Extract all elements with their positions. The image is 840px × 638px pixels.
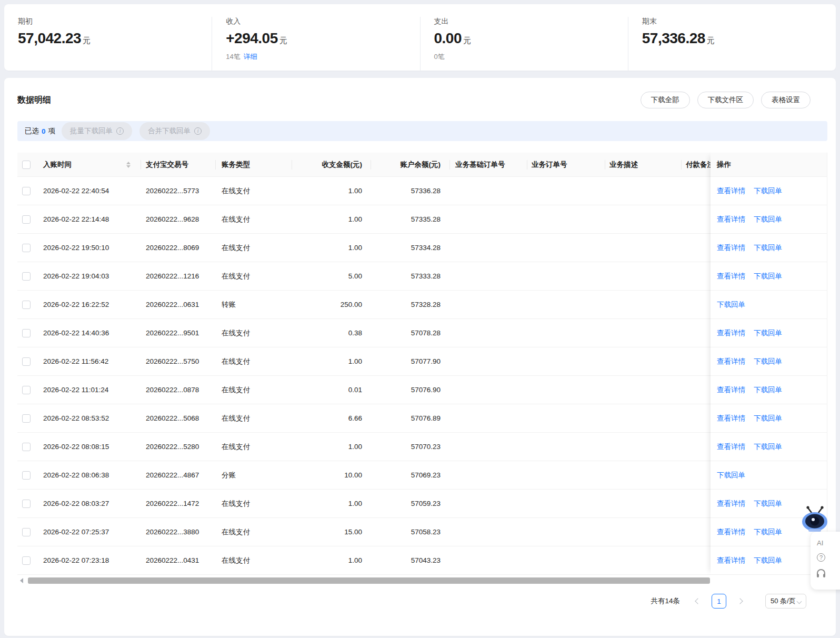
column-header-time[interactable]: 入账时间 (39, 153, 141, 176)
info-icon: i (194, 127, 202, 135)
action-cell: 查看详情下载回单 (711, 177, 827, 205)
view-detail-link[interactable]: 查看详情 (717, 215, 745, 224)
table-row: 2026-02-22 19:50:10 20260222...8069 在线支付… (17, 234, 827, 262)
row-checkbox[interactable] (22, 272, 31, 281)
transactions-table: 入账时间 支付宝交易号 账务类型 收支金额(元) 账户余额(元) 业务基础订单号… (17, 153, 827, 575)
column-header-base-order: 业务基础订单号 (450, 153, 527, 176)
merge-download-button[interactable]: 合并下载回单i (139, 122, 210, 140)
cell-account-type: 在线支付 (216, 262, 292, 290)
view-detail-link[interactable]: 查看详情 (717, 527, 745, 537)
cell-txn-id: 20260222...5280 (141, 433, 216, 461)
customer-service-icon[interactable] (817, 569, 825, 575)
cell-amount: 0.01 (292, 376, 371, 404)
cell-txn-id: 20260222...9501 (141, 319, 216, 347)
row-checkbox[interactable] (22, 556, 31, 565)
row-checkbox[interactable] (22, 528, 31, 536)
view-detail-link[interactable]: 查看详情 (717, 414, 745, 423)
view-detail-link[interactable]: 查看详情 (717, 556, 745, 565)
cell-txn-id: 20260222...8069 (141, 234, 216, 262)
download-receipt-link[interactable]: 下载回单 (754, 186, 782, 196)
scroll-left-icon[interactable] (20, 578, 23, 583)
ai-assistant-widget: AI ? (801, 504, 840, 534)
row-checkbox[interactable] (22, 500, 31, 508)
cell-amount: 1.00 (292, 347, 371, 375)
cell-balance: 57077.90 (371, 347, 450, 375)
row-checkbox[interactable] (22, 187, 31, 195)
robot-icon[interactable] (801, 504, 828, 532)
download-receipt-link[interactable]: 下载回单 (754, 442, 782, 452)
selected-suffix: 项 (48, 126, 56, 136)
download-files-button[interactable]: 下载文件区 (697, 92, 754, 108)
cell-account-type: 在线支付 (216, 177, 292, 205)
table-settings-button[interactable]: 表格设置 (761, 92, 811, 108)
view-detail-link[interactable]: 查看详情 (717, 328, 745, 338)
cell-txn-id: 20260222...5750 (141, 347, 216, 375)
cell-amount: 1.00 (292, 205, 371, 233)
data-detail-card: 数据明细 下载全部 下载文件区 表格设置 已选 0 项 批量下载回单i 合并下载… (4, 78, 836, 636)
cell-amount: 1.00 (292, 490, 371, 517)
view-detail-link[interactable]: 查看详情 (717, 186, 745, 196)
download-receipt-link[interactable]: 下载回单 (754, 385, 782, 395)
batch-download-button[interactable]: 批量下载回单i (62, 122, 132, 140)
horizontal-scrollbar[interactable] (17, 577, 827, 584)
row-checkbox[interactable] (22, 386, 31, 394)
cell-base-order (450, 433, 527, 461)
cell-balance: 57334.28 (371, 234, 450, 262)
row-checkbox[interactable] (22, 443, 31, 451)
page-1-button[interactable]: 1 (712, 594, 726, 609)
row-checkbox[interactable] (22, 244, 31, 252)
view-detail-link[interactable]: 查看详情 (717, 442, 745, 452)
row-checkbox[interactable] (22, 471, 31, 480)
next-page-icon[interactable] (737, 598, 743, 604)
download-receipt-link[interactable]: 下载回单 (717, 471, 745, 480)
row-checkbox[interactable] (22, 414, 31, 423)
view-detail-link[interactable]: 查看详情 (717, 243, 745, 253)
cell-txn-id: 20260222...5773 (141, 177, 216, 205)
page-size-select[interactable]: 50 条/页 (765, 594, 806, 609)
download-receipt-link[interactable]: 下载回单 (754, 272, 782, 281)
view-detail-link[interactable]: 查看详情 (717, 385, 745, 395)
cell-base-order (450, 205, 527, 233)
cell-account-type: 分账 (216, 461, 292, 489)
cell-account-type: 在线支付 (216, 433, 292, 461)
cell-amount: 0.38 (292, 319, 371, 347)
action-cell: 下载回单 (711, 291, 827, 319)
download-receipt-link[interactable]: 下载回单 (754, 556, 782, 565)
select-all-checkbox[interactable] (22, 161, 31, 169)
download-receipt-link[interactable]: 下载回单 (754, 357, 782, 366)
view-detail-link[interactable]: 查看详情 (717, 272, 745, 281)
sort-icon[interactable] (126, 162, 131, 168)
table-row: 2026-02-22 16:22:52 20260222...0631 转账 2… (17, 291, 827, 319)
view-detail-link[interactable]: 查看详情 (717, 499, 745, 509)
cell-time: 2026-02-22 22:40:54 (39, 177, 141, 205)
help-icon[interactable]: ? (817, 553, 825, 562)
download-receipt-link[interactable]: 下载回单 (754, 527, 782, 537)
cell-time: 2026-02-22 11:01:24 (39, 376, 141, 404)
download-receipt-link[interactable]: 下载回单 (717, 300, 745, 310)
prev-page-icon[interactable] (695, 598, 701, 604)
view-detail-link[interactable]: 查看详情 (717, 357, 745, 366)
download-receipt-link[interactable]: 下载回单 (754, 414, 782, 423)
cell-time: 2026-02-22 08:53:52 (39, 404, 141, 432)
column-header-amount: 收支金额(元) (292, 153, 371, 176)
row-checkbox[interactable] (22, 301, 31, 309)
download-receipt-link[interactable]: 下载回单 (754, 215, 782, 224)
download-receipt-link[interactable]: 下载回单 (754, 243, 782, 253)
action-cell: 查看详情下载回单 (711, 262, 827, 291)
cell-base-order (450, 347, 527, 375)
cell-order (527, 518, 605, 546)
download-receipt-link[interactable]: 下载回单 (754, 328, 782, 338)
row-checkbox[interactable] (22, 357, 31, 366)
ai-assistant-button[interactable]: AI (817, 539, 840, 547)
download-receipt-link[interactable]: 下载回单 (754, 499, 782, 509)
row-checkbox[interactable] (22, 215, 31, 224)
cell-time: 2026-02-22 11:56:42 (39, 347, 141, 375)
cell-time: 2026-02-22 08:03:27 (39, 490, 141, 517)
stat-opening-balance: 期初 57,042.23元 (4, 17, 212, 71)
stat-value: 0.00元 (434, 30, 628, 47)
row-checkbox[interactable] (22, 329, 31, 337)
income-detail-link[interactable]: 详细 (244, 53, 257, 61)
download-all-button[interactable]: 下载全部 (641, 92, 690, 108)
scrollbar-thumb[interactable] (28, 577, 710, 584)
expense-count: 0笔 (434, 53, 445, 61)
